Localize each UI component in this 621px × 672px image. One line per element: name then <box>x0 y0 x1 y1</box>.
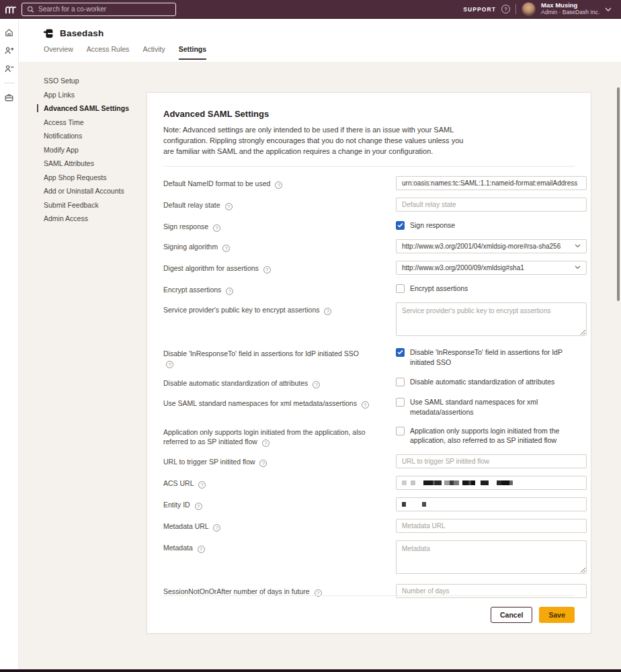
field-help-icon[interactable]: ? <box>324 308 331 315</box>
redacted-segment <box>415 480 423 485</box>
default-nameid-format-to-be-used-input[interactable] <box>396 176 587 190</box>
field-help-icon[interactable]: ? <box>213 224 220 232</box>
signing-algorithm-select[interactable]: http://www.w3.org/2001/04/xmldsig-more#r… <box>396 239 587 253</box>
sidebar-item-admin-access[interactable]: Admin Access <box>44 214 144 222</box>
redacted-segment <box>411 480 415 485</box>
encrypt-assertions-checkbox[interactable]: Encrypt assertions <box>396 282 575 294</box>
search-box[interactable] <box>22 3 176 16</box>
digest-algorithm-for-assertions-select[interactable]: http://www.w3.org/2000/09/xmldsig#sha1 <box>396 261 587 275</box>
home-icon[interactable] <box>4 27 15 38</box>
field-label: Disable automatic standardization of att… <box>163 376 396 388</box>
checkbox-label: Disable 'InResponseTo' field in assertio… <box>410 347 575 367</box>
disable-inresponseto-field-in-assertions-for-idp-initiated-sso-checkbox[interactable]: Disable 'InResponseTo' field in assertio… <box>396 346 575 367</box>
tab-activity[interactable]: Activity <box>142 45 165 60</box>
checkbox-unchecked[interactable] <box>396 284 405 293</box>
form-row-digest-algorithm-for-assertions: Digest algorithm for assertions ?http://… <box>163 261 575 275</box>
redacted-segment <box>481 480 489 485</box>
avatar[interactable] <box>522 2 536 16</box>
check-icon <box>397 222 403 228</box>
chevron-down-icon[interactable] <box>605 7 612 11</box>
entity-id-input[interactable] <box>396 497 587 511</box>
tab-settings[interactable]: Settings <box>179 45 206 60</box>
cancel-button[interactable]: Cancel <box>491 607 532 623</box>
default-relay-state-input[interactable] <box>396 198 587 212</box>
metadata-url-input[interactable] <box>396 519 587 533</box>
rail-divider <box>4 83 15 83</box>
sidebar-item-add-or-uninstall-accounts[interactable]: Add or Uninstall Accounts <box>44 187 144 195</box>
add-user-icon[interactable] <box>4 45 15 56</box>
sidebar-item-app-links[interactable]: App Links <box>44 91 144 99</box>
topbar-divider <box>515 4 516 14</box>
sidebar-item-submit-feedback[interactable]: Submit Feedback <box>44 201 144 209</box>
checkbox-unchecked[interactable] <box>396 378 405 386</box>
tab-access-rules[interactable]: Access Rules <box>87 45 130 60</box>
application-only-supports-login-initiated-from-the-application-also-referred-to-as-sp-initiated-flow-checkbox[interactable]: Application only supports login initiate… <box>396 425 575 446</box>
sidebar-item-app-shop-requests[interactable]: App Shop Requests <box>44 173 144 181</box>
form-row-encrypt-assertions: Encrypt assertions ?Encrypt assertions <box>163 282 575 295</box>
tab-overview[interactable]: Overview <box>44 45 73 60</box>
sidebar-item-access-time[interactable]: Access Time <box>44 118 144 126</box>
field-control: http://www.w3.org/2001/04/xmldsig-more#r… <box>396 239 587 253</box>
disable-automatic-standardization-of-attributes-checkbox[interactable]: Disable automatic standardization of att… <box>396 376 575 387</box>
form-row-default-nameid-format-to-be-used: Default NameID format to be used ? <box>163 176 575 190</box>
save-button[interactable]: Save <box>539 607 575 623</box>
remove-user-icon[interactable] <box>4 63 15 74</box>
form: Default NameID format to be used ?Defaul… <box>163 176 575 598</box>
sign-response-checkbox[interactable]: Sign response <box>396 219 575 230</box>
briefcase-icon[interactable] <box>4 92 15 103</box>
field-help-icon[interactable]: ? <box>263 266 271 274</box>
checkbox-unchecked[interactable] <box>396 398 405 407</box>
field-help-icon[interactable]: ? <box>225 203 233 210</box>
field-help-icon[interactable]: ? <box>222 245 230 252</box>
field-help-icon[interactable]: ? <box>262 439 270 447</box>
acs-url-input[interactable] <box>396 476 587 490</box>
field-help-icon[interactable]: ? <box>275 181 282 189</box>
tab-bar: OverviewAccess RulesActivitySettings <box>19 45 621 60</box>
rippling-logo-icon <box>5 5 16 14</box>
topbar: SUPPORT ? Max Musing Admin · BaseDash In… <box>0 0 621 19</box>
card-title: Advanced SAML Settings <box>163 109 575 119</box>
field-control <box>396 198 587 212</box>
field-control <box>396 519 587 533</box>
metadata-textarea[interactable] <box>396 540 587 574</box>
scrollbar-thumb[interactable] <box>617 87 620 301</box>
field-help-icon[interactable]: ? <box>213 524 220 532</box>
search-input[interactable] <box>38 5 171 13</box>
checkbox-checked[interactable] <box>396 348 405 357</box>
sidebar-item-saml-attributes[interactable]: SAML Attributes <box>44 159 144 167</box>
field-help-icon[interactable]: ? <box>195 503 202 510</box>
form-row-disable-automatic-standardization-of-attributes: Disable automatic standardization of att… <box>163 376 575 388</box>
divider <box>163 166 575 167</box>
checkbox-checked[interactable] <box>396 221 405 230</box>
checkbox-label: Sign response <box>410 220 455 230</box>
topbar-right: SUPPORT ? Max Musing Admin · BaseDash In… <box>463 2 621 16</box>
field-help-icon[interactable]: ? <box>313 381 320 388</box>
field-label: Sign response ? <box>163 219 396 232</box>
field-help-icon[interactable]: ? <box>166 361 173 368</box>
sidebar-item-advanced-saml-settings[interactable]: Advanced SAML Settings <box>37 104 144 112</box>
user-menu[interactable]: Max Musing Admin · BaseDash Inc. <box>541 2 599 16</box>
redacted-segment <box>402 480 407 485</box>
url-to-trigger-sp-initited-flow-input[interactable] <box>396 454 587 468</box>
form-row-disable-inresponseto-field-in-assertions-for-idp-initiated-sso: Disable 'InResponseTo' field in assertio… <box>163 346 575 368</box>
help-icon[interactable]: ? <box>501 5 510 13</box>
sidebar-item-modify-app[interactable]: Modify App <box>44 146 144 154</box>
sidebar-item-notifications[interactable]: Notifications <box>44 132 144 140</box>
field-help-icon[interactable]: ? <box>198 546 205 553</box>
sidebar-item-sso-setup[interactable]: SSO Setup <box>44 77 144 85</box>
service-provider-s-public-key-to-encrypt-assertions-textarea[interactable] <box>396 302 587 336</box>
support-link[interactable]: SUPPORT <box>463 6 496 13</box>
content-area: SSO SetupApp LinksAdvanced SAML Settings… <box>19 62 621 669</box>
checkbox-label: Disable automatic standardization of att… <box>410 377 554 387</box>
use-saml-standard-namespaces-for-xml-metadata-assertions-checkbox[interactable]: Use SAML standard namespaces for xml met… <box>396 396 575 417</box>
field-help-icon[interactable]: ? <box>226 288 233 295</box>
field-help-icon[interactable]: ? <box>259 460 267 467</box>
field-help-icon[interactable]: ? <box>362 401 369 409</box>
form-row-metadata-url: Metadata URL ? <box>163 519 575 533</box>
rippling-logo[interactable] <box>0 0 20 19</box>
field-help-icon[interactable]: ? <box>198 481 206 489</box>
field-label: Default NameID format to be used ? <box>163 176 396 190</box>
checkbox-unchecked[interactable] <box>396 427 405 435</box>
field-label: Service provider's public key to encrypt… <box>163 302 396 339</box>
redacted-segment <box>475 480 481 485</box>
